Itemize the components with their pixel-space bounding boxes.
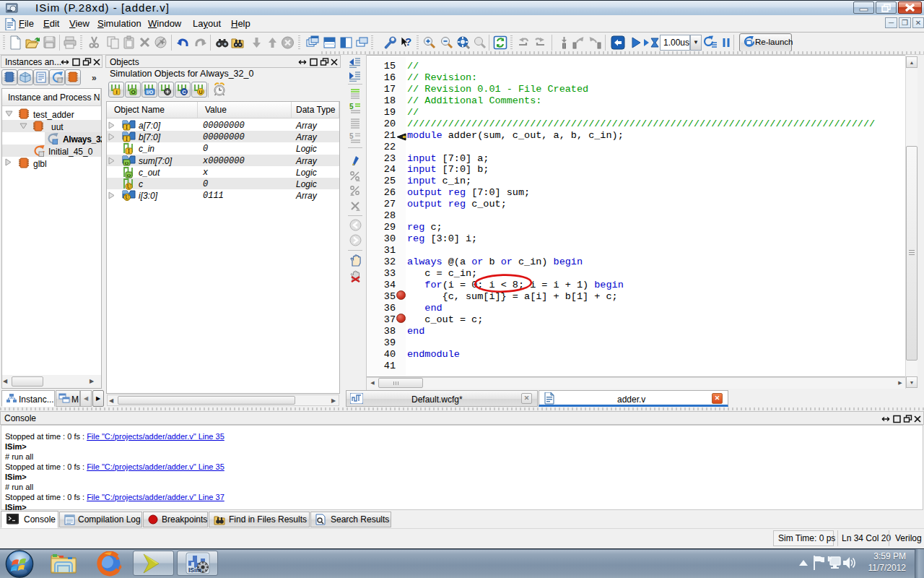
svg-text:I: I [116,89,117,95]
svg-text:C: C [182,89,186,95]
svg-text:O: O [131,89,135,95]
svg-text:5: 5 [349,132,354,140]
svg-text:I: I [128,148,130,155]
svg-text:U: U [199,89,202,95]
svg-text:I: I [126,124,128,131]
svg-text:I/O: I/O [147,90,154,95]
svg-text:5: 5 [349,103,354,111]
svg-text:U: U [127,184,131,190]
svg-text:U: U [125,194,129,201]
svg-text:ISim: ISim [188,566,201,574]
